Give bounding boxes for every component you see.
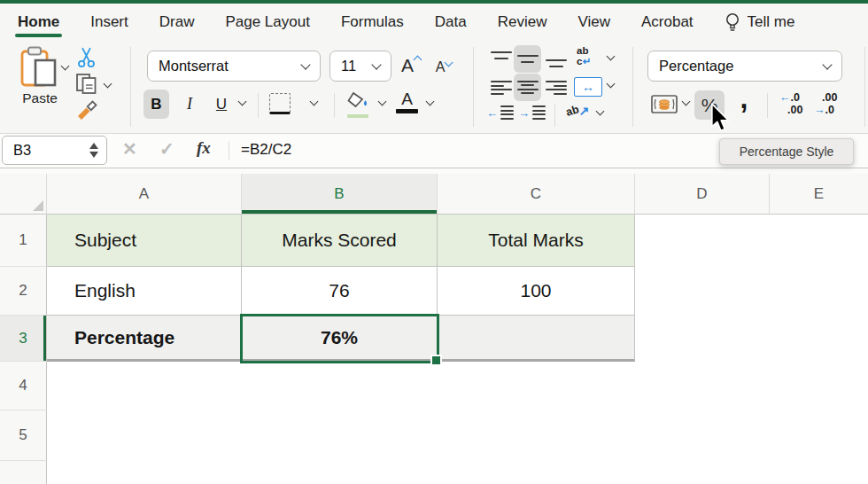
- small-divider: [554, 104, 555, 127]
- cell-B1[interactable]: Marks Scored: [242, 215, 438, 267]
- row-header-1[interactable]: 1: [0, 215, 47, 267]
- tab-draw[interactable]: Draw: [159, 4, 195, 40]
- align-left-icon: [491, 81, 512, 95]
- column-header-a[interactable]: A: [47, 174, 242, 215]
- borders-dropdown-chevron-icon[interactable]: [310, 98, 319, 106]
- row-header-5[interactable]: 5: [0, 410, 47, 461]
- align-bottom-button[interactable]: [544, 49, 569, 70]
- stepper-up-icon: [89, 143, 98, 149]
- comma-style-button[interactable]: ,: [734, 82, 754, 114]
- formula-input[interactable]: =B2/C2: [241, 141, 291, 159]
- increase-decimal-button[interactable]: .00 →.0: [814, 92, 837, 117]
- cell-C2[interactable]: 100: [438, 267, 635, 316]
- orientation-button[interactable]: ab ↗: [566, 104, 589, 118]
- fill-color-dropdown-chevron-icon[interactable]: [378, 98, 387, 106]
- tab-review[interactable]: Review: [498, 4, 547, 40]
- tab-page-layout[interactable]: Page Layout: [225, 4, 309, 40]
- increase-indent-button[interactable]: →: [518, 105, 546, 120]
- enter-button[interactable]: ✓: [159, 138, 174, 160]
- align-bottom-icon: [546, 51, 567, 67]
- active-cell-reference: B3: [13, 142, 31, 159]
- column-header-c[interactable]: C: [438, 174, 635, 215]
- font-name-combo[interactable]: Montserrat: [147, 51, 321, 82]
- align-right-button[interactable]: [544, 77, 569, 98]
- tab-view[interactable]: View: [577, 4, 610, 40]
- fill-handle[interactable]: [430, 355, 442, 366]
- paste-dropdown-chevron-icon[interactable]: [61, 62, 70, 71]
- row-header-4[interactable]: 4: [0, 362, 47, 410]
- selected-column-indicator: [242, 210, 437, 214]
- name-box[interactable]: B3: [2, 136, 107, 165]
- align-left-button[interactable]: [489, 77, 514, 98]
- tab-formulas[interactable]: Formulas: [341, 4, 404, 40]
- align-center-button[interactable]: [514, 74, 541, 101]
- copy-button[interactable]: [74, 74, 97, 97]
- cell-B2[interactable]: 76: [242, 267, 438, 316]
- merge-center-button[interactable]: ↔: [574, 77, 602, 97]
- format-painter-button[interactable]: [74, 100, 99, 123]
- comma-icon: ,: [740, 82, 748, 115]
- tab-insert[interactable]: Insert: [90, 4, 128, 40]
- name-box-stepper[interactable]: [89, 143, 98, 158]
- cell-A1[interactable]: Subject: [47, 215, 242, 267]
- cell-C1[interactable]: Total Marks: [438, 215, 635, 267]
- column-header-b[interactable]: B: [242, 174, 438, 215]
- font-color-indicator: [396, 109, 418, 113]
- merge-dropdown-chevron-icon[interactable]: [607, 80, 616, 89]
- row-header-6-partial[interactable]: [0, 461, 47, 484]
- row-header-2[interactable]: 2: [0, 267, 47, 316]
- font-color-button[interactable]: A: [396, 90, 418, 113]
- tab-tell-me[interactable]: Tell me: [725, 4, 795, 40]
- tab-acrobat[interactable]: Acrobat: [641, 4, 694, 40]
- align-middle-button[interactable]: [514, 45, 541, 73]
- ribbon-group-divider: [864, 47, 865, 127]
- select-all-corner[interactable]: [0, 174, 47, 215]
- copy-dropdown-chevron-icon[interactable]: [104, 80, 112, 89]
- diagonal-arrow-icon: ↗: [579, 104, 590, 118]
- number-format-combo[interactable]: Percentage: [647, 51, 842, 82]
- cell-C3[interactable]: [438, 316, 635, 362]
- fill-color-button[interactable]: [346, 91, 369, 118]
- decrease-indent-button[interactable]: ←: [486, 105, 514, 120]
- fx-icon: fx: [197, 138, 211, 157]
- cell-A2[interactable]: English: [47, 267, 242, 316]
- wrap-text-button[interactable]: ab c↵: [577, 46, 591, 66]
- wrap-text-dropdown-chevron-icon[interactable]: [607, 52, 616, 61]
- cell-B3-active[interactable]: 76%: [242, 316, 438, 362]
- copy-icon: [75, 73, 97, 98]
- cut-button[interactable]: [74, 47, 97, 70]
- orientation-dropdown-chevron-icon[interactable]: [596, 107, 605, 116]
- align-middle-icon: [517, 51, 539, 67]
- paintbrush-icon: [75, 99, 99, 124]
- column-header-e[interactable]: E: [770, 174, 868, 215]
- align-top-button[interactable]: [489, 49, 514, 70]
- font-size-combo[interactable]: 11: [329, 51, 391, 82]
- font-color-dropdown-chevron-icon[interactable]: [426, 98, 435, 106]
- underline-dropdown-chevron-icon[interactable]: [238, 98, 247, 106]
- tooltip: Percentage Style: [719, 138, 854, 165]
- chevron-up-icon: [414, 55, 422, 64]
- underline-button[interactable]: U: [209, 90, 234, 119]
- insert-function-button[interactable]: fx: [197, 138, 211, 158]
- cell-A3[interactable]: Percentage: [47, 316, 242, 362]
- decrease-decimal-button[interactable]: ←.0 .00: [779, 92, 802, 117]
- excel-window: Home Insert Draw Page Layout Formulas Da…: [0, 0, 868, 484]
- accounting-dropdown-chevron-icon[interactable]: [682, 98, 691, 106]
- decrease-font-size-button[interactable]: A: [431, 56, 456, 79]
- accounting-money-icon: [651, 93, 678, 119]
- paste-button[interactable]: [19, 45, 58, 93]
- borders-button[interactable]: [269, 93, 291, 114]
- tab-data[interactable]: Data: [435, 4, 467, 40]
- tab-home[interactable]: Home: [18, 4, 59, 40]
- chevron-down-icon: [822, 59, 832, 69]
- paint-bucket-icon: [346, 91, 369, 113]
- small-divider: [258, 93, 259, 118]
- column-header-d[interactable]: D: [635, 174, 770, 215]
- row-header-3[interactable]: 3: [0, 316, 47, 362]
- cancel-button[interactable]: ✕: [122, 138, 137, 160]
- increase-font-size-button[interactable]: A: [398, 52, 424, 79]
- italic-button[interactable]: I: [177, 90, 202, 119]
- accounting-format-button[interactable]: [651, 93, 678, 119]
- bold-button[interactable]: B: [143, 90, 169, 119]
- align-right-icon: [546, 81, 567, 95]
